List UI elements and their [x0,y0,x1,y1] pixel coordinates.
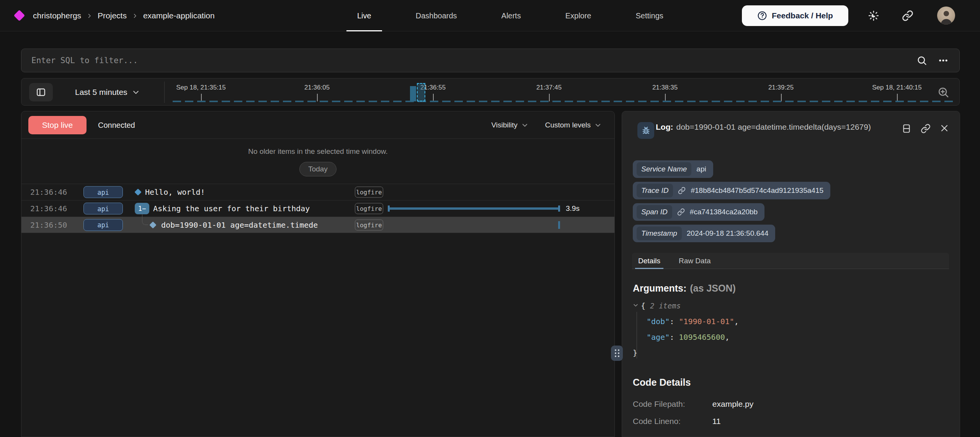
span-duration-label: 3.9s [566,204,580,213]
nav-tabs: Live Dashboards Alerts Explore Settings [346,0,674,31]
log-timestamp: 21:36:46 [30,204,67,213]
panel-resize-handle[interactable] [611,346,623,361]
divider [164,82,165,103]
code-details: Code Filepath: example.py Code Lineno: 1… [633,395,753,430]
drag-dots-icon [615,349,619,357]
visibility-dropdown[interactable]: Visibility [491,121,528,129]
tab-raw-data[interactable]: Raw Data [676,253,714,269]
tab-dashboards[interactable]: Dashboards [405,0,468,31]
details-panel: Log:dob=1990-01-01 age=datetime.timedelt… [622,111,960,437]
tab-settings[interactable]: Settings [625,0,674,31]
timeline-tick-mark [665,94,666,101]
service-badge[interactable]: api [83,219,123,231]
breadcrumb-section[interactable]: Projects [98,11,127,20]
timeline-tick-label: 21:38:35 [652,84,678,91]
sql-filter-input[interactable] [21,56,916,65]
timeline-tick-mark [897,94,898,101]
logfire-logo-icon[interactable] [14,10,25,21]
log-row[interactable]: 21:36:46 api 1− Asking the user for thei… [21,200,614,217]
service-badge[interactable]: api [83,203,123,215]
json-viewer: {2 items "dob": "1990-01-01", "age": 109… [633,298,739,361]
code-details-heading: Code Details [633,377,691,388]
log-message: Hello, world! [145,188,205,197]
collapse-children-badge[interactable]: 1− [135,203,149,214]
details-title-prefix: Log: [656,122,673,131]
stop-live-button[interactable]: Stop live [28,116,87,134]
connection-status: Connected [98,111,135,139]
code-filepath-value: example.py [712,399,753,408]
sql-filter-bar [21,49,960,72]
debug-level-icon [637,122,654,139]
json-number-value: 1095465600 [679,333,725,342]
link-icon [678,187,686,194]
timeline-tick-label: 21:36:05 [304,84,330,91]
timeline-tick-mark [549,94,550,101]
json-items-note: 2 items [650,302,681,310]
question-circle-icon [757,11,767,21]
theme-toggle-icon[interactable] [868,10,879,21]
timeline-tick-mark [781,94,782,101]
tab-live[interactable]: Live [346,0,382,31]
close-icon[interactable] [940,124,949,134]
collapse-caret-icon[interactable] [633,302,639,308]
zoom-in-icon[interactable] [937,86,949,98]
link-icon [677,208,685,216]
timestamp-pill[interactable]: Timestamp 2024-09-18 21:36:50.644 [633,225,775,242]
sidebar-toggle-icon[interactable] [29,83,53,101]
span-duration-bar[interactable] [388,207,560,210]
split-view-icon[interactable] [902,124,911,134]
chevron-right-icon [87,13,92,19]
tag-badge[interactable]: logfire [355,187,383,198]
timeline-bar: Last 5 minutes Sep 18, 21:35:15 21:36:05… [21,78,960,106]
custom-levels-dropdown[interactable]: Custom levels [545,121,601,129]
tab-details[interactable]: Details [635,253,663,269]
empty-window-message: No older items in the selected time wind… [21,147,614,156]
share-link-icon[interactable] [902,10,913,21]
code-lineno-value: 11 [712,417,721,426]
chevron-down-icon [595,122,601,129]
log-message: Asking the user for their birthday [153,204,310,213]
user-avatar[interactable] [937,7,955,24]
json-string-value: "1990-01-01" [679,317,734,326]
log-rows: 21:36:46 api Hello, world! logfire 21:36… [21,184,614,233]
timeline-tick-mark [433,94,434,101]
log-timestamp: 21:36:50 [30,220,67,230]
timeline-tick-label: Sep 18, 21:40:15 [872,84,922,91]
today-button[interactable]: Today [299,162,336,176]
timeline-histogram-bar[interactable] [410,86,416,101]
log-row[interactable]: 21:36:46 api Hello, world! logfire [21,184,614,200]
tree-connector [142,214,148,225]
tab-alerts[interactable]: Alerts [491,0,532,31]
attribute-pills: Service Name api Trace ID #18b84cb4847b5… [633,160,830,242]
copy-link-icon[interactable] [921,124,931,134]
details-title: Log:dob=1990-01-01 age=datetime.timedelt… [656,121,889,134]
log-diamond-icon [134,189,141,196]
timeline-tick-mark [201,94,202,101]
log-diamond-icon [149,221,156,228]
service-badge[interactable]: api [83,186,123,198]
json-key: "dob" [647,317,670,326]
breadcrumb-org[interactable]: christophergs [33,11,81,20]
tab-explore[interactable]: Explore [555,0,602,31]
span-id-pill[interactable]: Span ID #ca741384ca2a20bb [633,203,764,221]
top-navbar: christophergs Projects example-applicati… [0,0,980,31]
search-icon[interactable] [916,55,927,66]
timeline-selected-window[interactable] [417,83,425,101]
timeline-tick-mark [317,94,318,101]
time-range-select[interactable]: Last 5 minutes [75,78,140,106]
service-name-pill[interactable]: Service Name api [633,160,713,178]
log-row-selected[interactable]: 21:36:50 api dob=1990-01-01 age=datetime… [21,217,614,233]
tag-badge[interactable]: logfire [355,203,383,214]
feedback-help-button[interactable]: Feedback / Help [742,5,848,26]
more-options-icon[interactable] [938,55,949,66]
tag-badge[interactable]: logfire [355,219,383,230]
live-panel-header: Stop live Connected Visibility Custom le… [21,111,614,139]
code-filepath-label: Code Filepath: [633,395,710,413]
chevron-down-icon [521,122,528,129]
log-message: dob=1990-01-01 age=datetime.timede [161,220,318,230]
breadcrumb-project[interactable]: example-application [143,11,215,20]
details-tabs: Details Raw Data [632,253,949,269]
trace-id-pill[interactable]: Trace ID #18b84cb4847b5d574c4ad9121935a4… [633,182,830,199]
live-log-panel: Stop live Connected Visibility Custom le… [21,111,615,437]
timeline-tick-label: 21:37:45 [536,84,562,91]
